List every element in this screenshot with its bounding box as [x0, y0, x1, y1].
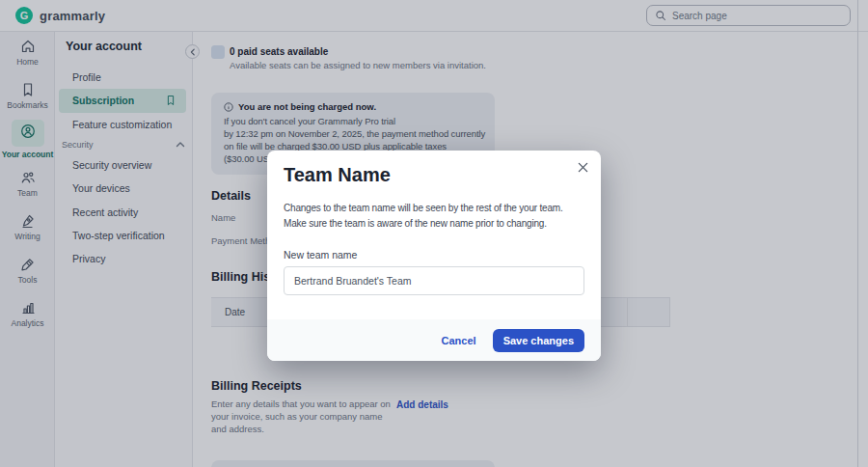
close-icon[interactable]	[574, 158, 591, 176]
new-team-name-label: New team name	[284, 249, 357, 261]
dialog-title: Team Name	[284, 164, 391, 186]
dialog-body-line: Changes to the team name will be seen by…	[284, 203, 563, 213]
team-name-dialog: Team Name Changes to the team name will …	[267, 151, 601, 361]
cancel-button[interactable]: Cancel	[442, 335, 476, 346]
save-changes-button[interactable]: Save changes	[493, 329, 584, 352]
team-name-input[interactable]	[284, 266, 584, 295]
dialog-footer: Cancel Save changes	[267, 319, 601, 361]
dialog-body-line: Make sure the team is aware of the new n…	[284, 218, 547, 229]
app-window: G grammarly Home Bookmarks	[0, 0, 868, 467]
